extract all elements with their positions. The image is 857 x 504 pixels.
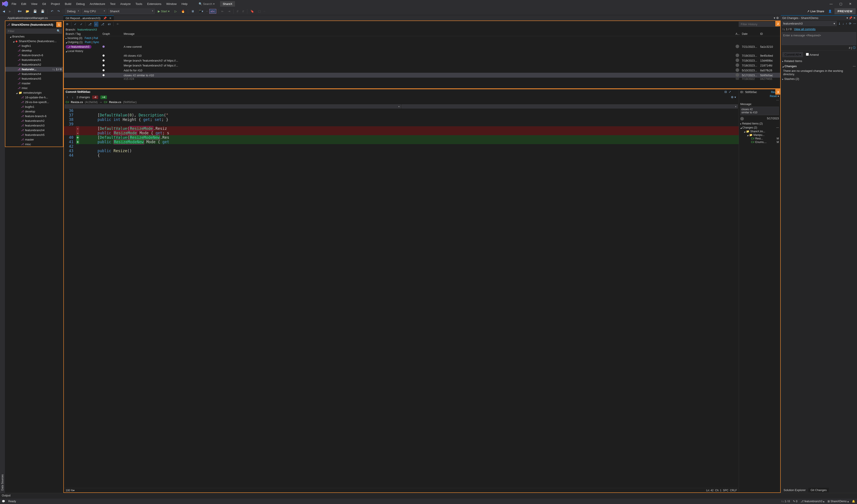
- folder-node[interactable]: 📁 Manipu...: [740, 133, 779, 137]
- graph-mode2-icon[interactable]: ⎇: [100, 22, 105, 26]
- commit-row[interactable]: Merge branch 'featurebranch3' of https:/…: [64, 58, 780, 63]
- save-all-icon[interactable]: 💾: [39, 9, 46, 14]
- nav-back-icon[interactable]: ◀: [1, 9, 6, 14]
- incoming-section[interactable]: Incoming (0) Fetch | Pull: [64, 36, 780, 40]
- col-author[interactable]: A...: [736, 32, 742, 35]
- commit-row[interactable]: Merge branch 'featurebranch3' of https:/…: [64, 63, 780, 68]
- graph-icon[interactable]: ⎇: [87, 22, 93, 26]
- menu-debug[interactable]: Debug: [74, 1, 87, 7]
- status-branch[interactable]: ⎇ featurebranch3 ▴: [801, 500, 824, 503]
- branch-selector[interactable]: featurebranch3▾: [782, 21, 837, 26]
- diff-code-view[interactable]: 36 37 [DefaultValue(0), Description(" 38…: [64, 108, 739, 488]
- branch-item[interactable]: bugfix1: [5, 44, 63, 48]
- more-icon[interactable]: ⋯: [852, 21, 857, 26]
- live-share-button[interactable]: ↗ Live Share: [806, 9, 825, 14]
- more-icon[interactable]: ⋯: [853, 65, 856, 68]
- branch-item[interactable]: develop: [5, 48, 63, 53]
- branch-item[interactable]: featurebranch4: [5, 128, 63, 133]
- commit-row[interactable]: Add fix for #105/10/2023...8a57fb26: [64, 68, 780, 73]
- sync-icon[interactable]: ⟳: [848, 21, 852, 26]
- col-id[interactable]: ID: [760, 32, 778, 35]
- branch-item[interactable]: misc: [5, 142, 63, 147]
- push-icon[interactable]: ↑: [845, 21, 848, 26]
- stashes-section[interactable]: Stashes (2): [781, 76, 857, 81]
- hash-icon[interactable]: #: [849, 46, 850, 50]
- menu-tools[interactable]: Tools: [133, 1, 145, 7]
- fetch-icon[interactable]: ⤓: [837, 21, 842, 26]
- repo-root-node[interactable]: ◆ ShareXDemo (featurebranc...: [5, 39, 63, 44]
- graph-mode-icon[interactable]: ⎌: [94, 22, 98, 27]
- branch-item[interactable]: featurebranch5: [5, 133, 63, 137]
- branch-item[interactable]: featurebranch4: [5, 72, 63, 76]
- platform-dropdown[interactable]: Any CPU: [82, 9, 106, 14]
- file-node[interactable]: C# Resi... M: [740, 137, 779, 140]
- branches-node[interactable]: Branches: [5, 34, 63, 39]
- branch-item[interactable]: master: [5, 137, 63, 142]
- start-button[interactable]: ▶ Start ▾: [156, 9, 171, 14]
- menu-architecture[interactable]: Architecture: [87, 1, 107, 7]
- prev-change-icon[interactable]: ↑: [66, 95, 69, 99]
- related-items-section[interactable]: Related Items: [781, 58, 857, 64]
- commit-row[interactable]: #8 closes #107/19/2023...9e45c6ed: [64, 53, 780, 58]
- close-tab-icon[interactable]: ✕: [109, 17, 112, 20]
- status-repo[interactable]: ⊞ ShareXDemo ▴: [827, 500, 849, 503]
- global-search[interactable]: 🔍 Search ▾: [197, 2, 217, 6]
- col-graph[interactable]: Graph: [102, 32, 124, 35]
- notifications-icon[interactable]: 🔔: [852, 500, 855, 503]
- branch-item[interactable]: featurebranch5: [5, 76, 63, 81]
- save-icon[interactable]: 💾: [32, 9, 38, 14]
- refresh-icon[interactable]: ⟳: [65, 22, 69, 26]
- filter2-icon[interactable]: ✓: [79, 22, 83, 26]
- branch-item[interactable]: develop: [5, 109, 63, 114]
- branch-item[interactable]: bugfix1: [5, 104, 63, 109]
- branch-item[interactable]: misc: [5, 86, 63, 90]
- branch-item[interactable]: feature-branch-6: [5, 53, 63, 57]
- related-items-node[interactable]: Related Items (2): [740, 122, 779, 125]
- gear-icon[interactable]: ⚙ ▾: [730, 95, 737, 99]
- pin-icon[interactable]: 📌: [103, 17, 107, 20]
- outgoing-section[interactable]: Outgoing (1) Push | Sync: [64, 40, 780, 44]
- branch-link[interactable]: featurebranch3: [78, 28, 97, 31]
- gear-icon[interactable]: ⚙: [776, 16, 779, 20]
- branch-item[interactable]: featurebranch2: [5, 118, 63, 123]
- menu-extensions[interactable]: Extensions: [145, 1, 164, 7]
- outgoing-commit-row[interactable]: ⎇ featurebranch3 A new commit 7/21/2023.…: [64, 44, 780, 49]
- account-icon[interactable]: 👤: [827, 9, 833, 14]
- zoom-level[interactable]: 100 %: [66, 489, 73, 492]
- branch-item[interactable]: featurebranch2: [5, 62, 63, 67]
- undo-icon[interactable]: ↶: [50, 9, 55, 14]
- branch-item[interactable]: 16-update-the-h...: [5, 95, 63, 100]
- doc-tab-inactive[interactable]: ApplicationInstanceManager.cs: [5, 16, 50, 20]
- scope-dropdown-right[interactable]: [402, 104, 738, 108]
- remotes-node[interactable]: 📁 remotes/origin: [5, 90, 63, 95]
- folder-node[interactable]: 📁 ShareX.Im...: [740, 130, 779, 133]
- branch-item[interactable]: 29-vs-live-specifi...: [5, 100, 63, 104]
- status-changes[interactable]: ✎ 0: [793, 500, 797, 503]
- branch-item[interactable]: featurebranch3: [5, 123, 63, 128]
- start-no-debug-icon[interactable]: ▷: [173, 9, 179, 14]
- commit-message-input[interactable]: Enter a message <Required>: [782, 32, 856, 45]
- minimize-icon[interactable]: —: [829, 2, 833, 5]
- more-icon[interactable]: ⋯: [740, 98, 779, 102]
- commit-row[interactable]: closes #2 similar to #105/17/2023...5b95…: [64, 73, 780, 78]
- browser-icon[interactable]: 🖥: [190, 9, 196, 14]
- pull-icon[interactable]: ↓: [842, 21, 845, 26]
- git-changes-tab[interactable]: Git Changes: [808, 488, 829, 492]
- feedback-icon[interactable]: 💬: [2, 500, 5, 503]
- menu-edit[interactable]: Edit: [19, 1, 28, 7]
- file-node[interactable]: C# Enums.... M: [740, 140, 779, 144]
- new-item-icon[interactable]: ✚▾: [16, 9, 23, 14]
- current-branch[interactable]: featurebr... ↑↓ 1 / 0: [5, 67, 63, 72]
- open-folder-icon[interactable]: 📂: [24, 9, 31, 14]
- intellisense-icon[interactable]: abc: [209, 9, 216, 14]
- branch-filter-input[interactable]: [6, 29, 62, 34]
- menu-file[interactable]: File: [10, 1, 18, 7]
- next-change-icon[interactable]: ↓: [71, 95, 74, 99]
- branch-item[interactable]: master: [5, 81, 63, 86]
- more-icon[interactable]: ⋯: [776, 126, 779, 129]
- close-icon[interactable]: ✕: [849, 2, 852, 5]
- layout-icon[interactable]: ⊟: [724, 90, 728, 94]
- menu-analyze[interactable]: Analyze: [118, 1, 133, 7]
- branch-item[interactable]: feature-branch-6: [5, 114, 63, 118]
- maximize-icon[interactable]: ▢: [839, 2, 842, 5]
